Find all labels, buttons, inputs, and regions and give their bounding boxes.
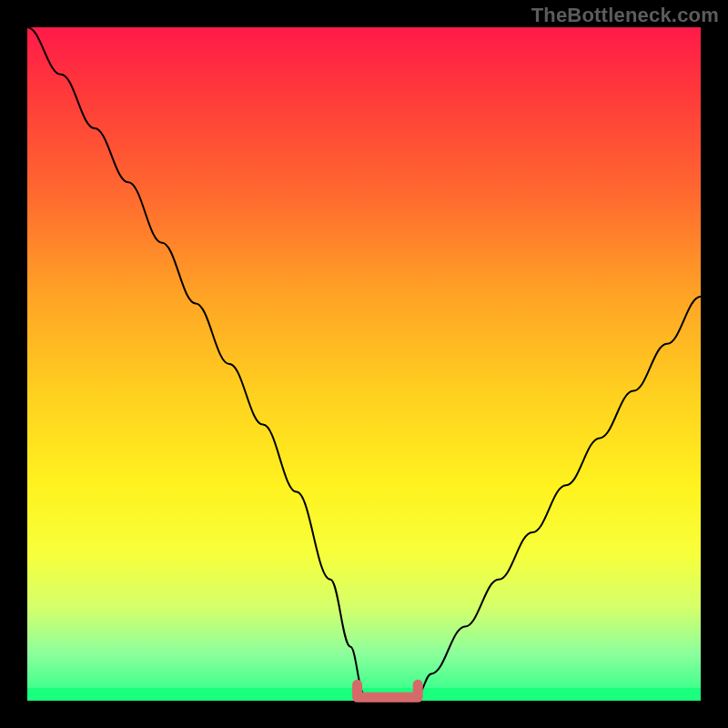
- plot-area: [27, 27, 701, 701]
- chart-svg: [27, 27, 701, 701]
- watermark-text: TheBottleneck.com: [531, 4, 719, 27]
- optimum-bracket: [358, 684, 419, 697]
- chart-frame: TheBottleneck.com: [0, 0, 728, 728]
- bottleneck-curve: [27, 27, 701, 701]
